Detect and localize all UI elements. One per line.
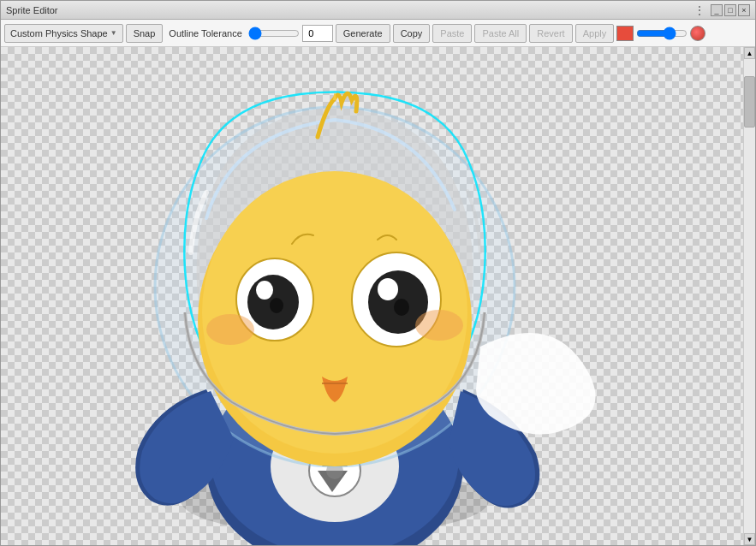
title-bar: Sprite Editor ⋮ _ □ × — [1, 1, 755, 20]
scroll-up-arrow[interactable]: ▲ — [744, 47, 755, 59]
outline-tolerance-label: Outline Tolerance — [165, 28, 245, 39]
paste-button[interactable]: Paste — [432, 24, 472, 43]
snap-button[interactable]: Snap — [126, 24, 164, 43]
color-picker-rect[interactable] — [616, 26, 634, 41]
apply-button[interactable]: Apply — [575, 24, 615, 43]
revert-button[interactable]: Revert — [529, 24, 572, 43]
custom-physics-shape-dropdown[interactable]: Custom Physics Shape ▼ — [4, 24, 123, 43]
scrollbar-thumb[interactable] — [744, 76, 755, 128]
sprite-editor-window: Sprite Editor ⋮ _ □ × Custom Physics Sha… — [0, 0, 756, 546]
vertical-scrollbar[interactable]: ▲ ▼ — [743, 47, 755, 545]
paste-all-button[interactable]: Paste All — [474, 24, 527, 43]
apply-label: Apply — [583, 28, 607, 39]
minimize-button[interactable]: _ — [711, 4, 723, 16]
custom-physics-shape-label: Custom Physics Shape — [10, 28, 108, 39]
generate-label: Generate — [343, 28, 383, 39]
canvas-area[interactable]: ▲ ▼ — [1, 47, 755, 545]
checkerboard-background: ▲ ▼ — [1, 47, 755, 545]
tolerance-slider[interactable] — [248, 27, 300, 39]
alpha-slider[interactable] — [636, 27, 688, 39]
scroll-down-arrow[interactable]: ▼ — [744, 533, 755, 545]
svg-point-20 — [394, 299, 409, 316]
maximize-button[interactable]: □ — [724, 4, 736, 16]
title-bar-left: Sprite Editor — [6, 5, 58, 15]
close-button[interactable]: × — [738, 4, 750, 16]
copy-button[interactable]: Copy — [393, 24, 431, 43]
dropdown-arrow-icon: ▼ — [110, 29, 117, 37]
toolbar: Custom Physics Shape ▼ Snap Outline Tole… — [1, 20, 755, 47]
dots-menu-icon[interactable]: ⋮ — [690, 3, 709, 17]
generate-button[interactable]: Generate — [336, 24, 390, 43]
revert-label: Revert — [537, 28, 564, 39]
svg-point-19 — [378, 278, 398, 300]
snap-label: Snap — [134, 28, 156, 39]
alpha-slider-container — [636, 27, 688, 39]
svg-point-23 — [415, 310, 463, 341]
svg-point-22 — [206, 314, 254, 345]
color-circle-button[interactable] — [690, 26, 705, 41]
window-title: Sprite Editor — [6, 5, 58, 15]
tolerance-value-input[interactable] — [302, 25, 333, 42]
sprite-canvas[interactable] — [1, 47, 755, 545]
paste-label: Paste — [440, 28, 464, 39]
copy-label: Copy — [401, 28, 423, 39]
tolerance-slider-container — [248, 27, 300, 39]
paste-all-label: Paste All — [482, 28, 519, 39]
title-bar-controls: ⋮ _ □ × — [690, 3, 750, 17]
svg-point-15 — [270, 298, 283, 313]
svg-point-14 — [256, 281, 273, 300]
